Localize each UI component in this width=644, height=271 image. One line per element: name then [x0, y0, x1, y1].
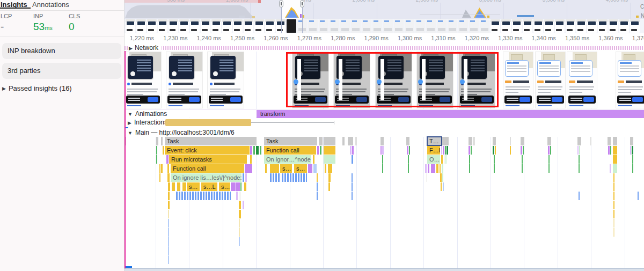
trace-event[interactable] — [380, 146, 382, 155]
trace-event[interactable] — [245, 173, 247, 182]
trace-event[interactable] — [440, 164, 441, 173]
trace-event[interactable] — [352, 146, 354, 155]
trace-event-f-l[interactable]: F…l — [427, 146, 440, 155]
trace-event[interactable] — [493, 137, 496, 145]
trace-event[interactable] — [444, 155, 445, 164]
trace-event[interactable] — [352, 173, 353, 182]
window-left-handle[interactable] — [279, 0, 283, 8]
mini-screenshot-thumb[interactable] — [265, 19, 275, 33]
mini-screenshot-thumb[interactable] — [533, 19, 543, 33]
trace-event[interactable] — [236, 182, 240, 191]
trace-event[interactable] — [352, 155, 353, 164]
trace-event[interactable] — [523, 146, 524, 155]
filmstrip-screenshot[interactable] — [376, 52, 412, 108]
trace-event[interactable] — [510, 137, 511, 145]
passed-insights-expander[interactable]: ▶Passed insights (16) — [2, 84, 72, 92]
mini-screenshot-thumb[interactable] — [179, 19, 189, 33]
trace-event[interactable] — [613, 219, 614, 228]
filmstrip-screenshot[interactable] — [208, 52, 244, 108]
mini-screenshot-thumb[interactable] — [448, 19, 457, 33]
trace-event[interactable] — [613, 228, 614, 237]
trace-event[interactable] — [270, 164, 279, 173]
trace-event[interactable] — [168, 192, 170, 200]
mini-screenshot-thumb[interactable] — [576, 19, 586, 33]
mini-screenshot-thumb[interactable] — [437, 19, 447, 33]
trace-event[interactable] — [319, 137, 323, 145]
trace-event-s-[interactable]: s… — [219, 182, 230, 191]
trace-event-event-click[interactable]: Event: click — [165, 146, 250, 155]
trace-event[interactable] — [510, 146, 511, 155]
trace-event[interactable] — [317, 146, 319, 155]
trace-event[interactable] — [239, 228, 240, 237]
trace-event-s-[interactable]: s… — [187, 182, 200, 191]
trace-event[interactable] — [579, 146, 580, 155]
mini-screenshot-thumb[interactable] — [158, 19, 167, 33]
trace-event[interactable] — [161, 137, 163, 145]
trace-event[interactable] — [167, 164, 169, 173]
mini-screenshot-thumb[interactable] — [201, 19, 210, 33]
main-thread-expander[interactable]: ▼Main — http://localhost:3001/ldm/6 — [128, 129, 235, 136]
mini-screenshot-thumb[interactable] — [619, 19, 629, 33]
trace-event[interactable] — [613, 182, 614, 191]
mini-screenshot-thumb[interactable] — [211, 19, 221, 33]
trace-event[interactable] — [443, 146, 444, 155]
filmstrip-screenshot[interactable] — [417, 52, 453, 108]
trace-event-function-call[interactable]: Function call — [264, 146, 316, 155]
mini-screenshot-thumb[interactable] — [544, 19, 554, 33]
trace-event[interactable] — [548, 164, 550, 173]
trace-event[interactable] — [168, 228, 169, 237]
trace-event[interactable] — [638, 192, 639, 200]
insight-inp-breakdown[interactable]: INP breakdown — [2, 43, 121, 59]
trace-event[interactable] — [579, 155, 580, 164]
trace-event[interactable] — [382, 155, 383, 164]
trace-event[interactable] — [577, 137, 581, 145]
trace-event[interactable] — [445, 155, 447, 164]
trace-event[interactable] — [168, 246, 169, 255]
trace-event[interactable] — [408, 155, 409, 164]
trace-event[interactable] — [239, 210, 241, 218]
mini-screenshot-thumb[interactable] — [587, 19, 597, 33]
trace-event[interactable] — [325, 164, 326, 173]
trace-event[interactable] — [469, 164, 470, 173]
trace-event[interactable] — [428, 164, 429, 173]
mini-screenshot-thumb[interactable] — [523, 19, 532, 33]
mini-screenshot-thumb[interactable] — [276, 19, 286, 33]
window-right-handle[interactable] — [300, 0, 304, 8]
filmstrip-screenshot[interactable] — [459, 52, 495, 108]
mini-screenshot-thumb[interactable] — [254, 19, 264, 33]
trace-event[interactable] — [265, 164, 267, 173]
trace-event[interactable] — [317, 173, 318, 182]
filmstrip-screenshot[interactable] — [536, 52, 565, 108]
trace-event[interactable] — [324, 146, 335, 155]
mini-screenshot-thumb[interactable] — [340, 19, 350, 33]
trace-event[interactable] — [317, 192, 318, 200]
trace-event-task[interactable]: Task — [264, 137, 317, 145]
mini-screenshot-thumb[interactable] — [383, 19, 393, 33]
trace-event[interactable] — [548, 155, 550, 164]
trace-event[interactable] — [407, 146, 408, 155]
trace-event[interactable] — [436, 164, 438, 173]
trace-event[interactable] — [613, 210, 614, 218]
mini-screenshot-thumb[interactable] — [319, 19, 328, 33]
trace-event[interactable] — [168, 219, 169, 228]
mini-screenshot-thumb[interactable] — [426, 19, 436, 33]
trace-event[interactable] — [494, 164, 495, 173]
tab-insights[interactable]: Insights — [1, 1, 27, 9]
trace-event[interactable] — [521, 146, 522, 155]
trace-event-o-[interactable]: O… — [427, 155, 440, 164]
trace-event[interactable] — [577, 146, 579, 155]
mini-screenshot-thumb[interactable] — [469, 19, 479, 33]
trace-event[interactable] — [613, 155, 617, 164]
mini-screenshot-thumb[interactable] — [512, 19, 522, 33]
mini-screenshot-thumb[interactable] — [415, 19, 425, 33]
trace-event[interactable] — [441, 155, 443, 164]
trace-event[interactable] — [494, 155, 495, 164]
mini-screenshot-thumb[interactable] — [126, 19, 135, 33]
trace-event[interactable] — [161, 164, 163, 173]
trace-event[interactable] — [426, 173, 427, 182]
trace-event[interactable] — [406, 137, 409, 145]
trace-event[interactable] — [328, 182, 330, 191]
trace-event[interactable] — [441, 182, 442, 191]
trace-event[interactable] — [380, 137, 384, 145]
mini-screenshot-thumb[interactable] — [244, 19, 253, 33]
